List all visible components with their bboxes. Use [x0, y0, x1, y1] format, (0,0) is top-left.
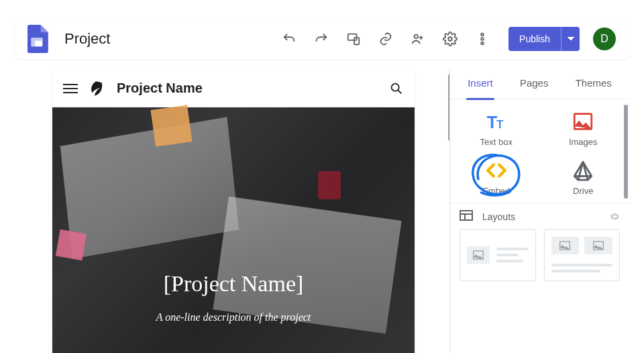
layouts-header[interactable]: Layouts ︽︾: [450, 203, 629, 229]
images-icon: [572, 110, 594, 133]
insert-label: Drive: [573, 186, 593, 196]
site-preview[interactable]: Project Name [Project Name] A one-line d…: [52, 70, 415, 353]
insert-images[interactable]: Images: [540, 110, 627, 147]
link-button[interactable]: [378, 32, 393, 46]
tab-pages[interactable]: Pages: [519, 67, 550, 99]
insert-label: Text box: [480, 137, 513, 147]
publish-label: Publish: [508, 34, 561, 44]
hero-section[interactable]: [Project Name] A one-line description of…: [52, 107, 415, 353]
preview-button[interactable]: [346, 32, 361, 46]
insert-label: Images: [569, 137, 598, 147]
share-button[interactable]: [411, 32, 425, 46]
settings-button[interactable]: [443, 32, 458, 46]
svg-text:T: T: [496, 118, 504, 131]
insert-embed[interactable]: Embed: [453, 159, 540, 196]
layout-option-2[interactable]: [544, 229, 621, 281]
drive-icon: [572, 159, 594, 182]
hero-subtitle[interactable]: A one-line description of the project: [156, 311, 311, 323]
account-avatar[interactable]: D: [593, 28, 616, 50]
sites-logo[interactable]: [25, 25, 48, 53]
insert-drive[interactable]: Drive: [540, 159, 627, 196]
tab-insert[interactable]: Insert: [466, 67, 494, 99]
layouts-label: Layouts: [482, 211, 515, 222]
placeholder-image-icon: [584, 237, 612, 254]
menu-icon[interactable]: [63, 81, 78, 96]
publish-dropdown[interactable]: [561, 27, 580, 51]
embed-icon: [485, 159, 508, 182]
svg-point-8: [481, 38, 484, 40]
svg-point-10: [392, 83, 399, 91]
tab-themes[interactable]: Themes: [574, 67, 613, 99]
app-toolbar: Project Publish D: [15, 19, 629, 59]
svg-point-6: [448, 37, 452, 41]
textbox-icon: TT: [485, 110, 508, 133]
insert-textbox[interactable]: TT Text box: [453, 110, 540, 147]
layouts-icon: [460, 210, 473, 223]
svg-rect-2: [32, 38, 43, 41]
document-title[interactable]: Project: [64, 30, 110, 48]
redo-button[interactable]: [314, 32, 329, 46]
svg-point-9: [481, 42, 484, 45]
insert-label: Embed: [482, 186, 510, 196]
svg-point-7: [481, 34, 484, 36]
placeholder-image-icon: [551, 237, 580, 254]
toolbar-actions: [282, 32, 490, 46]
site-title[interactable]: Project Name: [117, 81, 203, 96]
panel-tabs: Insert Pages Themes: [450, 67, 629, 99]
site-header: Project Name: [52, 70, 415, 107]
canvas-area: Project Name [Project Name] A one-line d…: [15, 67, 449, 353]
more-button[interactable]: [475, 32, 490, 46]
site-logo-icon[interactable]: [87, 80, 105, 97]
layout-option-1[interactable]: [460, 229, 536, 281]
svg-point-5: [415, 35, 419, 39]
collapse-icon[interactable]: ︽︾: [610, 210, 620, 223]
search-icon[interactable]: [389, 81, 404, 96]
hero-title[interactable]: [Project Name]: [164, 271, 304, 297]
undo-button[interactable]: [282, 32, 297, 46]
publish-button[interactable]: Publish: [508, 27, 580, 51]
placeholder-image-icon: [467, 246, 490, 264]
svg-rect-14: [460, 211, 472, 220]
side-panel: Insert Pages Themes TT Text box Images: [449, 67, 629, 353]
